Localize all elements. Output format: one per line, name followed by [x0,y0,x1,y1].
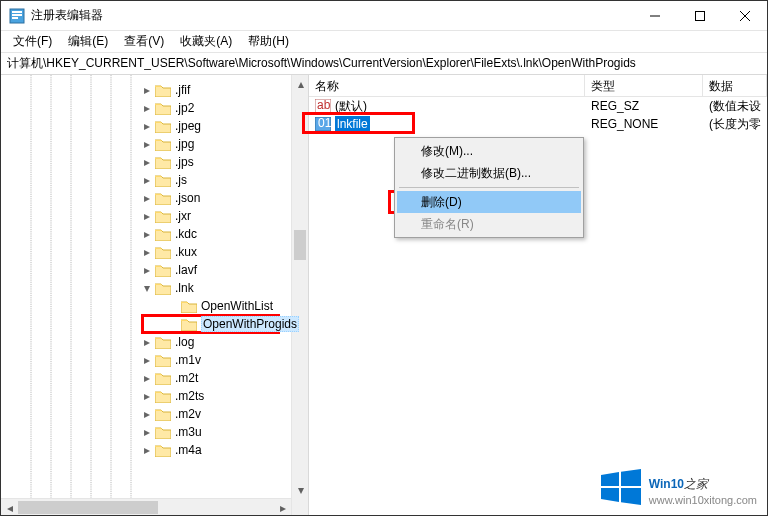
tree-node-label: .jps [175,155,194,169]
watermark-brand: Win10之家 [649,468,757,494]
tree-node-label: .js [175,173,187,187]
tree-node[interactable]: ▸.log [1,333,308,351]
tree-node[interactable]: ▸.kdc [1,225,308,243]
tree-node-label: .m2ts [175,389,204,403]
svg-text:011: 011 [318,117,331,130]
ctx-rename[interactable]: 重命名(R) [397,213,581,235]
tree-node-label: .jpg [175,137,194,151]
svg-marker-21 [621,488,641,505]
windows-logo-icon [599,465,643,509]
svg-text:ab: ab [317,99,331,112]
svg-rect-2 [12,14,22,16]
menu-help[interactable]: 帮助(H) [240,31,297,52]
tree-node-label: .m1v [175,353,201,367]
ctx-modify-binary[interactable]: 修改二进制数据(B)... [397,162,581,184]
tree-node-label: .json [175,191,200,205]
close-button[interactable] [722,1,767,30]
address-bar[interactable]: 计算机\HKEY_CURRENT_USER\Software\Microsoft… [1,53,767,75]
watermark: Win10之家 www.win10xitong.com [599,465,757,509]
tree-node[interactable]: ▸.m2ts [1,387,308,405]
tree-node[interactable]: ▸.lavf [1,261,308,279]
ctx-delete[interactable]: 删除(D) [397,191,581,213]
col-name[interactable]: 名称 [309,75,585,96]
tree-node-label: .jpeg [175,119,201,133]
app-icon [9,8,25,24]
tree-node[interactable]: OpenWithProgids [1,315,308,333]
menu-favorites[interactable]: 收藏夹(A) [172,31,240,52]
value-data: (数值未设 [703,98,767,115]
tree-node[interactable]: ▸.m1v [1,351,308,369]
tree-node[interactable]: ▸.jpeg [1,117,308,135]
svg-marker-18 [601,472,619,486]
tree-node-label: .m2v [175,407,201,421]
menubar: 文件(F) 编辑(E) 查看(V) 收藏夹(A) 帮助(H) [1,31,767,53]
tree-node-label: .m4a [175,443,202,457]
tree-node-label: .jxr [175,209,191,223]
tree-node-label: .kdc [175,227,197,241]
svg-marker-19 [621,469,641,486]
tree-panel: ▴ ▾ ◂ ▸ ▸.jfif▸.jp2▸.jpeg▸.jpg▸.jps▸.js▸… [1,75,309,515]
watermark-url: www.win10xitong.com [649,494,757,506]
tree-node-label: .lavf [175,263,197,277]
titlebar: 注册表编辑器 [1,1,767,31]
svg-marker-20 [601,488,619,502]
col-data[interactable]: 数据 [703,75,767,96]
value-name: (默认) [335,98,367,115]
value-data: (长度为零 [703,116,767,133]
window-title: 注册表编辑器 [31,7,632,24]
value-name: lnkfile [335,116,370,132]
tree-node[interactable]: ▸.jpg [1,135,308,153]
context-menu: 修改(M)... 修改二进制数据(B)... 删除(D) 重命名(R) [394,137,584,238]
minimize-button[interactable] [632,1,677,30]
menu-view[interactable]: 查看(V) [116,31,172,52]
col-type[interactable]: 类型 [585,75,703,96]
tree-node[interactable]: ▸.m2t [1,369,308,387]
list-row[interactable]: ab(默认)REG_SZ(数值未设 [309,97,767,115]
tree-node-label: OpenWithProgids [201,316,299,332]
value-type: REG_SZ [585,99,703,113]
tree-node[interactable]: ▸.m3u [1,423,308,441]
tree-node-label: .kux [175,245,197,259]
tree-node-label: .jp2 [175,101,194,115]
tree-node[interactable]: ▸.jxr [1,207,308,225]
tree-node-label: .jfif [175,83,190,97]
menu-file[interactable]: 文件(F) [5,31,60,52]
tree-node-label: .m3u [175,425,202,439]
list-header: 名称 类型 数据 [309,75,767,97]
tree-node[interactable]: ▸.m4a [1,441,308,459]
svg-rect-5 [695,11,704,20]
tree-node[interactable]: ▸.jp2 [1,99,308,117]
menu-edit[interactable]: 编辑(E) [60,31,116,52]
svg-rect-3 [12,17,18,19]
tree-node-label: .log [175,335,194,349]
tree-node[interactable]: ▸.kux [1,243,308,261]
tree-node[interactable]: ▸.js [1,171,308,189]
value-type: REG_NONE [585,117,703,131]
maximize-button[interactable] [677,1,722,30]
list-row[interactable]: 011lnkfileREG_NONE(长度为零 [309,115,767,133]
tree-node[interactable]: ▸.m2v [1,405,308,423]
tree-node-label: .m2t [175,371,198,385]
svg-rect-1 [12,11,22,13]
tree-node[interactable]: ▸.json [1,189,308,207]
tree-node-label: .lnk [175,281,194,295]
tree-scrollbar-h[interactable]: ◂ ▸ [1,498,291,515]
ctx-modify[interactable]: 修改(M)... [397,140,581,162]
ctx-separator [399,187,579,188]
tree-node[interactable]: OpenWithList [1,297,308,315]
tree-node-label: OpenWithList [201,299,273,313]
tree-node[interactable]: ▸.jps [1,153,308,171]
tree-node[interactable]: ▸.jfif [1,81,308,99]
tree-node[interactable]: ▾.lnk [1,279,308,297]
